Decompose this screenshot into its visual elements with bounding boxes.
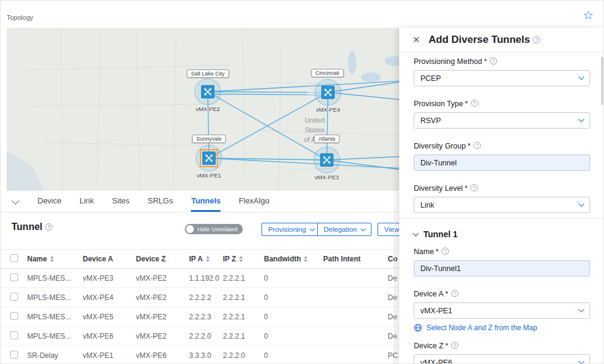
sort-icon: [50, 256, 54, 262]
cell-device-z: vMX-PE2: [136, 274, 189, 283]
select-all-checkbox[interactable]: [10, 254, 18, 262]
router-icon: [321, 86, 335, 99]
chevron-down-icon: [579, 117, 585, 123]
provisioning-method-select[interactable]: PCEP: [414, 70, 590, 86]
required-marker: *: [464, 184, 467, 193]
pane-scrollbar-track[interactable]: [394, 211, 395, 363]
cell-ip-z: 2.2.2.1: [223, 332, 264, 340]
map-link-label: Select Node A and Z from the Map: [426, 324, 537, 332]
cell-bandwidth: 0: [264, 332, 323, 340]
cell-name: SR-Delay: [27, 351, 83, 360]
map-city-label: Atlanta: [314, 135, 339, 143]
collapse-pane-chevron-icon[interactable]: [11, 197, 19, 205]
col-header-ip-a[interactable]: IP A: [189, 255, 223, 263]
favorite-star-icon[interactable]: ☆: [583, 9, 594, 21]
cell-device-a: vMX-PE1: [83, 351, 136, 360]
device-a-select[interactable]: vMX-PE1: [414, 302, 590, 319]
panel-scrollbar[interactable]: [601, 57, 603, 105]
col-header-device-z: Device Z: [136, 255, 189, 263]
map-node-vmx-pe3[interactable]: vMX-PE3: [313, 147, 340, 173]
help-icon: ?: [442, 247, 449, 255]
col-header-name[interactable]: Name: [27, 255, 83, 263]
diversity-group-input[interactable]: [414, 155, 590, 171]
hide-unrelated-toggle[interactable]: Hide Unrelated: [185, 224, 243, 234]
delegation-button[interactable]: Delegation: [317, 223, 371, 236]
select-value: Link: [420, 201, 434, 209]
node-label: vMX-PE2: [196, 106, 220, 112]
field-label-text: Diversity Group: [414, 142, 466, 150]
select-nodes-from-map-link[interactable]: Select Node A and Z from the Map: [414, 324, 590, 332]
row-checkbox[interactable]: [10, 351, 18, 359]
field-label-text: Diversity Level: [414, 184, 463, 193]
field-label: Device Z*?: [414, 342, 590, 351]
cell-name: MPLS-MES...: [27, 313, 83, 321]
sort-icon: [304, 256, 307, 262]
globe-icon: [414, 324, 422, 332]
tab-tunnels[interactable]: Tunnels: [191, 191, 220, 212]
provision-type-select[interactable]: RSVP: [414, 112, 590, 129]
select-value: vMX-PE1: [420, 307, 452, 315]
field-label: Provision Type*?: [414, 100, 590, 109]
field-label-text: Provision Type: [414, 100, 463, 108]
map-node-vmx-pe4[interactable]: vMX-PE4: [315, 79, 341, 106]
help-icon: ?: [471, 100, 478, 107]
col-label: Path Intent: [323, 255, 361, 263]
section-divider: [399, 218, 604, 219]
tab-flexalgo[interactable]: FlexAlgo: [239, 191, 269, 212]
cell-ip-z: 2.2.2.1: [223, 313, 264, 321]
device-z-select[interactable]: vMX-PE6: [414, 354, 590, 363]
map-city-label: Cincinnati: [311, 69, 344, 77]
field-label-text: Device A: [414, 290, 443, 298]
provisioning-button[interactable]: Provisioning: [262, 223, 321, 236]
help-icon: ?: [474, 142, 481, 149]
cell-bandwidth: 0: [264, 293, 323, 302]
region-line: United: [288, 115, 342, 125]
add-diverse-tunnels-panel: ✕ Add Diverse Tunnels ? Provisioning Met…: [399, 28, 604, 363]
tab-srlgs[interactable]: SRLGs: [148, 191, 173, 212]
node-label: vMX-PE3: [315, 174, 339, 180]
required-marker: *: [445, 342, 448, 350]
section-title: Tunnel?: [11, 222, 53, 232]
close-icon[interactable]: ✕: [413, 34, 420, 45]
field-label: Diversity Group*?: [414, 142, 590, 151]
required-marker: *: [435, 247, 439, 256]
col-header-bandwidth[interactable]: Bandwidth: [264, 255, 323, 263]
diversity-level-select[interactable]: Link: [414, 197, 590, 213]
topology-screen: Topology ☆: [0, 0, 604, 364]
row-checkbox[interactable]: [10, 273, 18, 281]
tab-device[interactable]: Device: [37, 191, 62, 212]
cell-bandwidth: 0: [264, 274, 323, 283]
col-label: Co: [388, 255, 397, 263]
field-provision-type: Provision Type*? RSVP: [414, 100, 590, 129]
panel-title: Add Diverse Tunnels: [429, 34, 530, 46]
panel-header: ✕ Add Diverse Tunnels ?: [399, 28, 604, 53]
select-value: RSVP: [420, 117, 441, 125]
cell-device-a: vMX-PE3: [83, 274, 136, 283]
field-label-text: Device Z: [414, 342, 443, 350]
chevron-down-icon: [413, 230, 419, 236]
row-checkbox[interactable]: [10, 331, 18, 339]
sort-icon: [206, 256, 210, 262]
chevron-down-icon: [361, 226, 365, 231]
router-icon: [320, 153, 333, 167]
tunnel-name-input[interactable]: [414, 260, 590, 276]
tab-sites[interactable]: Sites: [112, 191, 130, 212]
row-checkbox[interactable]: [10, 312, 18, 320]
select-value: PCEP: [420, 74, 441, 83]
tunnel1-section-header[interactable]: Tunnel 1: [414, 229, 590, 239]
field-label: Diversity Level*?: [414, 184, 590, 193]
col-label: Bandwidth: [264, 255, 301, 263]
top-bar: Topology ☆: [1, 1, 603, 28]
cell-name: MPLS-MES...: [27, 293, 83, 302]
required-marker: *: [465, 100, 468, 108]
map-node-vmx-pe1[interactable]: vMX-PE1: [196, 145, 222, 171]
tab-link[interactable]: Link: [80, 191, 94, 212]
cell-ip-a: 2.2.2.3: [189, 313, 223, 321]
cell-ip-a: 2.2.2.0: [189, 332, 223, 340]
row-checkbox[interactable]: [10, 293, 18, 301]
map-node-vmx-pe2[interactable]: vMX-PE2: [194, 78, 221, 105]
cell-bandwidth: 0: [264, 351, 323, 360]
cell-device-a: vMX-PE5: [83, 313, 136, 321]
col-header-ip-z[interactable]: IP Z: [223, 255, 264, 263]
required-marker: *: [484, 57, 487, 66]
